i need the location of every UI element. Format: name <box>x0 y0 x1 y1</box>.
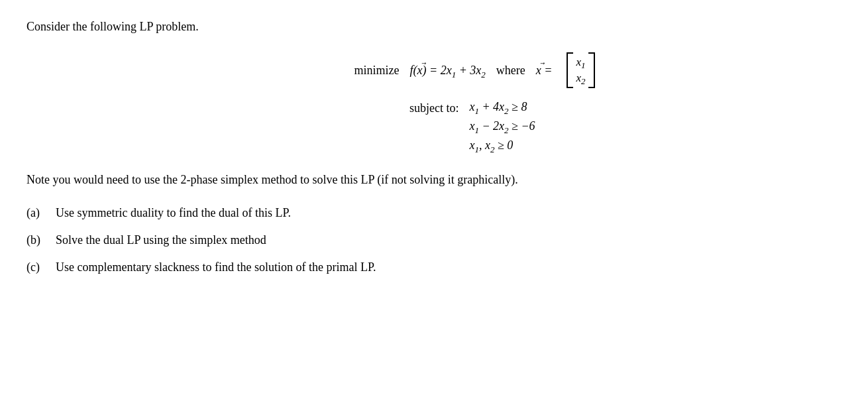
constraints-block: subject to: x1 + 4x2 ≥ 8 x1 − 2x2 ≥ −6 x… <box>386 100 535 152</box>
where-label: where <box>496 64 525 78</box>
minimize-label: minimize <box>327 64 400 78</box>
bracket-right <box>588 52 595 88</box>
part-c-text: Use complementary slackness to find the … <box>56 258 376 276</box>
matrix-row1: x1 <box>576 56 585 69</box>
part-b-label: (b) <box>27 231 48 249</box>
parts-list: (a) Use symmetric duality to find the du… <box>27 204 841 276</box>
objective-function: f(x) = 2x1 + 3x2 <box>410 64 486 78</box>
part-a-label: (a) <box>27 204 48 222</box>
matrix-entries: x1 x2 <box>576 56 585 85</box>
minimize-row: minimize f(x) = 2x1 + 3x2 where x = x1 x… <box>327 52 595 88</box>
part-c-label: (c) <box>27 258 48 276</box>
constraint-3: x1, x2 ≥ 0 <box>469 139 535 152</box>
matrix-row2: x2 <box>576 72 585 85</box>
constraint-1: x1 + 4x2 ≥ 8 <box>469 100 535 114</box>
part-b: (b) Solve the dual LP using the simplex … <box>27 231 841 249</box>
x-vector-equals: x = <box>536 64 553 78</box>
part-a-text: Use symmetric duality to find the dual o… <box>56 204 291 222</box>
part-b-text: Solve the dual LP using the simplex meth… <box>56 231 266 249</box>
constraints-list: x1 + 4x2 ≥ 8 x1 − 2x2 ≥ −6 x1, x2 ≥ 0 <box>469 100 535 152</box>
lp-formulation: minimize f(x) = 2x1 + 3x2 where x = x1 x… <box>80 52 841 152</box>
subject-to-label: subject to: <box>386 100 459 115</box>
part-c: (c) Use complementary slackness to find … <box>27 258 841 276</box>
part-a: (a) Use symmetric duality to find the du… <box>27 204 841 222</box>
constraint-2: x1 − 2x2 ≥ −6 <box>469 119 535 133</box>
bracket-left <box>567 52 573 88</box>
column-vector: x1 x2 <box>567 52 594 88</box>
note-paragraph: Note you would need to use the 2-phase s… <box>27 171 822 190</box>
intro-paragraph: Consider the following LP problem. <box>27 20 841 34</box>
